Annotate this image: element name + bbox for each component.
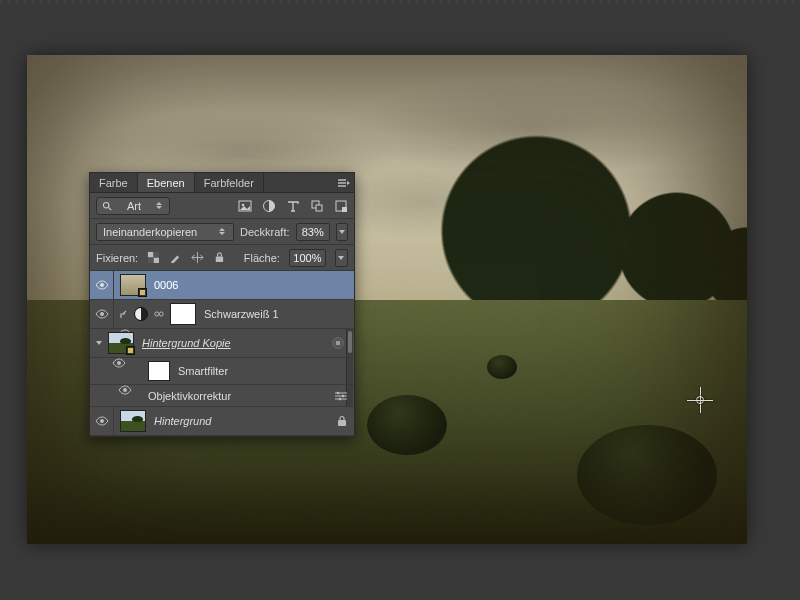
visibility-toggle[interactable] [95, 280, 109, 290]
search-icon [102, 201, 112, 211]
filter-shape-icon[interactable] [310, 199, 324, 213]
layer-row-lens-correction[interactable]: Objektivkorrektur [90, 385, 354, 407]
lock-transparency-icon[interactable] [147, 251, 160, 265]
filter-mask-thumbnail[interactable] [148, 361, 170, 381]
layers-list: 0006 Schwarzweiß 1 Hintergrund Kopie [90, 271, 354, 436]
layer-filter-kind-select[interactable]: Art [96, 197, 170, 215]
svg-rect-24 [338, 420, 346, 426]
filter-options-icon[interactable] [334, 391, 348, 401]
lock-position-icon[interactable] [191, 251, 204, 265]
layer-mask-thumbnail[interactable] [170, 303, 196, 325]
layer-name[interactable]: Hintergrund [154, 415, 336, 427]
svg-rect-7 [342, 207, 347, 212]
layer-name[interactable]: 0006 [154, 279, 348, 291]
ruler-top [0, 0, 800, 3]
layer-thumbnail[interactable] [120, 274, 146, 296]
visibility-toggle[interactable] [95, 309, 109, 319]
adjustment-bw-icon[interactable] [134, 307, 148, 321]
visibility-toggle[interactable] [95, 416, 109, 426]
filter-smartobject-icon[interactable] [334, 199, 348, 213]
tab-layers[interactable]: Ebenen [138, 173, 195, 192]
mask-link-icon[interactable] [154, 309, 164, 319]
tab-color[interactable]: Farbe [90, 173, 138, 192]
layer-row-background[interactable]: Hintergrund [90, 407, 354, 436]
lock-label: Fixieren: [96, 252, 138, 264]
svg-point-14 [100, 312, 104, 316]
filter-visibility-icon[interactable] [332, 337, 344, 349]
layer-row-bg-copy[interactable]: Hintergrund Kopie [90, 329, 354, 358]
svg-point-23 [100, 419, 104, 423]
cursor-crosshair [687, 387, 713, 413]
svg-point-22 [339, 397, 342, 400]
layer-row-bw-adjustment[interactable]: Schwarzweiß 1 [90, 300, 354, 329]
svg-rect-10 [154, 251, 160, 257]
svg-rect-9 [154, 257, 160, 263]
lock-pixels-icon[interactable] [169, 251, 182, 265]
panel-flyout-menu[interactable] [334, 178, 354, 188]
svg-point-2 [242, 203, 245, 206]
lock-all-icon[interactable] [213, 251, 226, 265]
svg-point-20 [337, 391, 340, 394]
panel-tabbar: Farbe Ebenen Farbfelder [90, 173, 354, 193]
layer-row-texture[interactable]: 0006 [90, 271, 354, 300]
expand-toggle-icon[interactable] [96, 341, 102, 345]
layer-thumbnail[interactable] [120, 410, 146, 432]
svg-rect-8 [148, 251, 154, 257]
visibility-toggle[interactable] [118, 385, 132, 395]
svg-point-21 [342, 394, 345, 397]
blend-mode-select[interactable]: Ineinanderkopieren [96, 223, 234, 241]
opacity-label: Deckkraft: [240, 226, 290, 238]
lock-fill-row: Fixieren: Fläche: 100% [90, 245, 354, 271]
layer-filter-toolbar: Art [90, 193, 354, 219]
filter-adjustment-icon[interactable] [262, 199, 276, 213]
filter-kind-label: Art [127, 200, 141, 212]
svg-rect-5 [316, 205, 322, 211]
clip-indicator-icon [120, 309, 130, 319]
svg-point-0 [103, 202, 109, 208]
filter-type-icon[interactable] [286, 199, 300, 213]
lock-icon [336, 415, 348, 427]
filter-name[interactable]: Objektivkorrektur [148, 390, 334, 402]
svg-rect-15 [155, 312, 159, 316]
svg-point-13 [100, 283, 104, 287]
svg-rect-11 [148, 257, 154, 263]
layer-name[interactable]: Hintergrund Kopie [142, 337, 332, 349]
opacity-dropdown[interactable] [336, 223, 348, 241]
svg-rect-12 [216, 256, 223, 262]
fill-dropdown[interactable] [335, 249, 348, 267]
layers-panel: Farbe Ebenen Farbfelder Art Ineinanderko… [89, 172, 355, 437]
blend-opacity-row: Ineinanderkopieren Deckkraft: 83% [90, 219, 354, 245]
fill-value[interactable]: 100% [289, 249, 326, 267]
smartfilter-label: Smartfilter [178, 365, 348, 377]
svg-point-19 [123, 388, 127, 392]
blend-mode-value: Ineinanderkopieren [103, 226, 197, 238]
layer-thumbnail[interactable] [108, 332, 134, 354]
layer-name[interactable]: Schwarzweiß 1 [204, 308, 348, 320]
opacity-value[interactable]: 83% [296, 223, 330, 241]
svg-rect-16 [160, 312, 164, 316]
fill-label: Fläche: [244, 252, 280, 264]
layer-row-smartfilter-header[interactable]: Smartfilter [90, 358, 354, 385]
svg-point-18 [117, 361, 121, 365]
filter-pixel-icon[interactable] [238, 199, 252, 213]
visibility-toggle[interactable] [112, 358, 126, 368]
tab-swatches[interactable]: Farbfelder [195, 173, 264, 192]
